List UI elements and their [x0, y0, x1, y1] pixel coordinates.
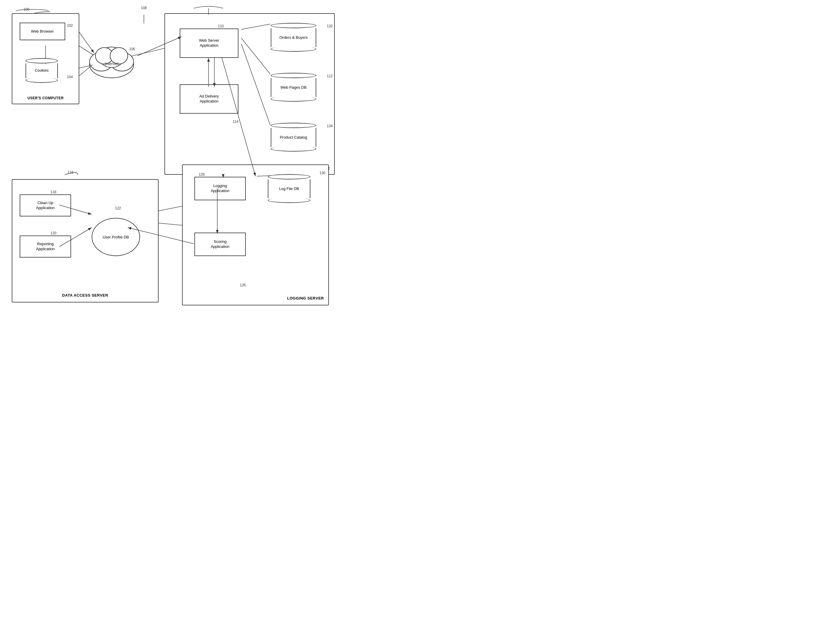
- cookies-cyl-body: Cookies: [25, 64, 58, 78]
- ref-110: 110: [218, 24, 224, 28]
- user-profile-db-oval: User Profile DB: [92, 218, 140, 256]
- reporting-app-label: Reporting Application: [36, 242, 55, 252]
- cookies-cyl-bottom: [25, 78, 58, 83]
- product-catalog-top: [271, 123, 316, 128]
- ref-114: 114: [232, 120, 239, 124]
- ref-108: 108: [141, 6, 147, 10]
- log-file-db-body: Log File DB: [268, 179, 310, 198]
- cookies-label: Cookies: [35, 68, 49, 73]
- web-pages-db-bottom: [271, 96, 316, 102]
- ref-132: 132: [327, 24, 333, 28]
- user-profile-db-label: User Profile DB: [103, 235, 129, 239]
- orders-buyers-body: Orders & Buyers: [271, 28, 316, 47]
- ad-delivery-app-box: Ad Delivery Application: [180, 84, 239, 114]
- ref-122: 122: [115, 206, 121, 210]
- log-file-db-top: [268, 174, 310, 179]
- ref-134: 134: [327, 124, 333, 128]
- clean-up-app-label: Clean Up Application: [36, 201, 55, 210]
- diagram: 100 Web Browser Cookies USER'S COMPUTER …: [0, 0, 416, 322]
- ad-delivery-app-label: Ad Delivery Application: [199, 94, 219, 104]
- users-computer-label: USER'S COMPUTER: [12, 96, 79, 100]
- web-pages-db-cylinder: Web Pages DB: [271, 73, 316, 102]
- internet-cloud: Internet: [85, 38, 138, 79]
- ref-102: 102: [67, 24, 73, 28]
- web-browser-label: Web Browser: [31, 29, 54, 34]
- ref-128: 128: [199, 172, 205, 177]
- logging-server-label: LOGGING SERVER: [287, 296, 324, 300]
- ref-104: 104: [67, 75, 73, 79]
- scoring-app-box: Scoring Application: [194, 233, 246, 256]
- ref-126: 126: [240, 283, 246, 287]
- product-catalog-bottom: [271, 146, 316, 151]
- logging-app-label: Logging Application: [211, 183, 229, 193]
- orders-buyers-label: Orders & Buyers: [279, 35, 307, 40]
- svg-text:Internet: Internet: [105, 61, 119, 66]
- logging-app-box: Logging Application: [194, 177, 246, 200]
- product-catalog-cylinder: Product Catalog: [271, 123, 316, 152]
- web-server-app-label: Web Server Application: [199, 38, 219, 48]
- web-browser-box: Web Browser: [20, 22, 65, 40]
- data-access-server-label: DATA ACCESS SERVER: [12, 293, 158, 298]
- orders-buyers-bottom: [271, 46, 316, 52]
- ref-116: 116: [67, 170, 73, 174]
- web-server-app-box: Web Server Application: [180, 29, 239, 58]
- reporting-app-box: Reporting Application: [20, 236, 71, 258]
- logging-server-box: Logging Application 128 Log File DB 130 …: [182, 164, 329, 305]
- scoring-app-label: Scoring Application: [211, 239, 229, 249]
- product-catalog-label: Product Catalog: [280, 135, 307, 140]
- log-file-db-bottom: [268, 198, 310, 203]
- log-file-db-label: Log File DB: [279, 187, 299, 191]
- web-pages-db-label: Web Pages DB: [280, 85, 307, 90]
- clean-up-app-box: Clean Up Application: [20, 194, 71, 217]
- ref-130: 130: [320, 171, 325, 175]
- web-pages-db-top: [271, 73, 316, 78]
- ref-106: 106: [129, 47, 135, 51]
- orders-buyers-cylinder: Orders & Buyers: [271, 22, 316, 52]
- data-access-server-box: Clean Up Application 118 Reporting Appli…: [12, 179, 159, 303]
- ref-118: 118: [51, 190, 56, 194]
- log-file-db-cylinder: Log File DB: [268, 174, 310, 203]
- merchant-server-box: Web Server Application 110 Ad Delivery A…: [164, 13, 335, 175]
- ref-100: 100: [24, 7, 29, 11]
- web-pages-db-body: Web Pages DB: [271, 78, 316, 97]
- ref-120: 120: [51, 231, 56, 235]
- orders-buyers-top: [271, 23, 316, 28]
- product-catalog-body: Product Catalog: [271, 128, 316, 147]
- ref-112: 112: [327, 74, 333, 78]
- cookies-cylinder: Cookies: [25, 58, 58, 83]
- cookies-cyl-top: [25, 58, 58, 64]
